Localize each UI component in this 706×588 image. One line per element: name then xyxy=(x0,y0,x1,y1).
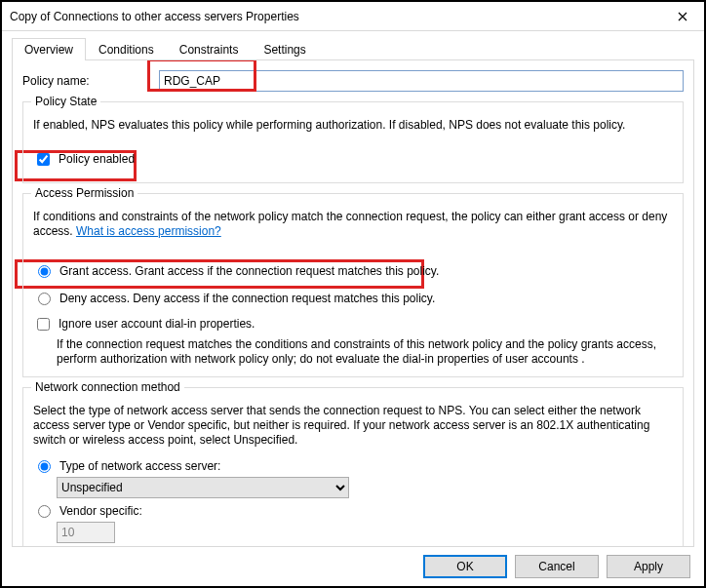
tab-constraints[interactable]: Constraints xyxy=(167,38,252,60)
policy-name-input[interactable] xyxy=(159,70,684,92)
deny-access-radio[interactable] xyxy=(38,293,51,305)
ncm-desc: Select the type of network access server… xyxy=(33,404,673,448)
tab-overview[interactable]: Overview xyxy=(12,38,86,60)
grant-access-radio[interactable] xyxy=(38,265,51,278)
tab-strip: Overview Conditions Constraints Settings xyxy=(12,37,694,60)
policy-enabled-label: Policy enabled xyxy=(59,152,135,166)
tab-settings[interactable]: Settings xyxy=(251,38,318,60)
ncm-type-label: Type of network access server: xyxy=(59,459,220,473)
access-permission-legend: Access Permission xyxy=(31,186,137,200)
ncm-vendor-radio[interactable] xyxy=(38,505,51,518)
policy-state-desc: If enabled, NPS evaluates this policy wh… xyxy=(33,118,673,133)
group-ncm: Network connection method Select the typ… xyxy=(22,387,684,547)
access-permission-link[interactable]: What is access permission? xyxy=(76,224,221,238)
ignore-dialin-checkbox[interactable] xyxy=(37,318,50,331)
policy-enabled-checkbox[interactable] xyxy=(37,153,50,166)
ncm-legend: Network connection method xyxy=(31,380,184,394)
close-icon xyxy=(678,12,687,21)
tab-conditions[interactable]: Conditions xyxy=(86,38,167,60)
ncm-vendor-spinner[interactable] xyxy=(57,522,115,543)
ncm-type-radio[interactable] xyxy=(38,460,51,473)
apply-button[interactable]: Apply xyxy=(607,555,690,578)
group-access-permission: Access Permission If conditions and cons… xyxy=(22,193,684,377)
window-title: Copy of Connections to other access serv… xyxy=(10,10,660,23)
access-permission-desc: If conditions and constraints of the net… xyxy=(33,210,673,239)
ignore-dialin-desc: If the connection request matches the co… xyxy=(57,337,673,367)
close-button[interactable] xyxy=(660,2,704,31)
deny-access-label: Deny access. Deny access if the connecti… xyxy=(59,292,435,305)
ignore-dialin-label: Ignore user account dial-in properties. xyxy=(59,317,255,331)
ok-button[interactable]: OK xyxy=(423,555,507,578)
group-policy-state: Policy State If enabled, NPS evaluates t… xyxy=(22,101,684,183)
grant-access-label: Grant access. Grant access if the connec… xyxy=(59,264,439,278)
cancel-button[interactable]: Cancel xyxy=(515,555,599,578)
ncm-vendor-label: Vendor specific: xyxy=(59,504,142,518)
policy-state-legend: Policy State xyxy=(31,95,100,108)
policy-name-label: Policy name: xyxy=(22,74,159,88)
ncm-type-select[interactable]: Unspecified xyxy=(57,477,349,498)
